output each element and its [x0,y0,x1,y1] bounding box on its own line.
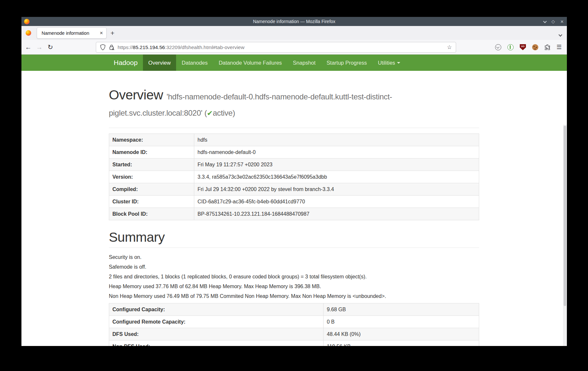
extensions-puzzle-icon[interactable] [544,44,550,50]
cookie-extension-icon[interactable] [532,44,538,50]
table-row: Cluster ID:CID-6a817c29-ac36-45fc-b4eb-6… [109,196,479,208]
table-row: Namespace:hdfs [109,134,479,146]
tab-overflow-button[interactable] [559,32,562,37]
summary-line: Safemode is off. [109,264,479,270]
chevron-down-icon [558,33,562,36]
table-row: Non DFS Used:119.56 KB [109,340,479,346]
namenode-info-table: Namespace:hdfs Namenode ID:hdfs-namenode… [109,134,479,220]
overview-heading: Overview 'hdfs-namenode-default-0.hdfs-n… [109,88,479,121]
shield-icon[interactable] [100,44,106,50]
summary-line: Non Heap Memory used 76.49 MB of 79.75 M… [109,293,479,299]
table-row: Compiled:Fri Jul 29 14:32:00 +0200 2022 … [109,183,479,196]
maximize-button[interactable]: ◇ [551,19,555,24]
table-row: Configured Capacity:9.68 GB [109,303,479,316]
table-row: Namenode ID:hdfs-namenode-default-0 [109,146,479,159]
table-row: Block Pool ID:BP-875134261-10.223.121.18… [109,208,479,220]
tab-title: Namenode information [42,31,100,36]
nav-item-startup-progress[interactable]: Startup Progress [321,55,372,71]
page-content: Overview 'hdfs-namenode-default-0.hdfs-n… [21,71,567,346]
ublock-origin-icon[interactable]: UO [520,44,526,50]
summary-line: Security is on. [109,254,479,260]
nav-item-datanodes[interactable]: Datanodes [176,55,213,71]
new-tab-button[interactable]: + [110,30,114,36]
capacity-table: Configured Capacity:9.68 GB Configured R… [109,303,479,346]
divider [109,248,479,248]
window-title: Namenode information — Mozilla Firefox [21,19,567,24]
table-row: DFS Used:48.44 KB (0%) [109,328,479,340]
browser-toolbar: ← → ↻ https://85.215.194.56:32209/dfshea… [21,40,567,55]
close-window-button[interactable]: × [560,19,564,24]
table-row: Started:Fri May 19 11:27:57 +0200 2023 [109,159,479,171]
chevron-down-icon [543,19,547,23]
summary-heading: Summary [109,230,479,244]
nav-item-datanode-volume-failures[interactable]: Datanode Volume Failures [213,55,287,71]
bookmark-star-icon[interactable]: ☆ [447,44,452,51]
url-bar[interactable]: https://85.215.194.56:32209/dfshealth.ht… [96,42,456,53]
tab-namenode-information[interactable]: Namenode information × [37,27,107,39]
summary-line: Heap Memory used 37.76 MB of 62.84 MB He… [109,284,479,289]
chevron-down-icon [397,62,400,64]
table-row: Version:3.3.4, ra585a73c3e02ac62350c1366… [109,171,479,183]
check-icon: ✔ [207,109,213,117]
minimize-button[interactable] [543,19,546,24]
nav-item-overview[interactable]: Overview [143,55,176,71]
window-titlebar: Namenode information — Mozilla Firefox ◇… [21,17,567,26]
scrollbar-thumb[interactable] [564,126,566,306]
privacy-badger-icon[interactable] [507,44,514,50]
tab-strip: Namenode information × + [21,26,567,40]
hadoop-navbar: Hadoop Overview Datanodes Datanode Volum… [21,55,567,71]
hamburger-menu-icon[interactable]: ☰ [556,44,562,51]
lock-warning-icon[interactable] [109,44,115,50]
pocket-icon[interactable] [495,44,501,50]
nav-item-snapshot[interactable]: Snapshot [288,55,321,71]
table-row: Configured Remote Capacity:0 B [109,316,479,328]
hadoop-brand[interactable]: Hadoop [109,55,143,71]
nav-item-utilities[interactable]: Utilities [372,55,406,71]
browser-window: Namenode information — Mozilla Firefox ◇… [21,17,567,346]
firefox-view-button[interactable] [26,30,31,36]
status-badge: (✔active) [204,109,235,117]
back-button[interactable]: ← [23,44,34,51]
page-scrollbar[interactable] [563,125,567,346]
summary-line: 2 files and directories, 1 blocks (1 rep… [109,274,479,279]
close-tab-icon[interactable]: × [100,30,103,36]
url-text: https://85.215.194.56:32209/dfshealth.ht… [118,45,244,50]
forward-button[interactable]: → [34,44,45,51]
divider [109,128,479,128]
reload-button[interactable]: ↻ [45,43,56,51]
